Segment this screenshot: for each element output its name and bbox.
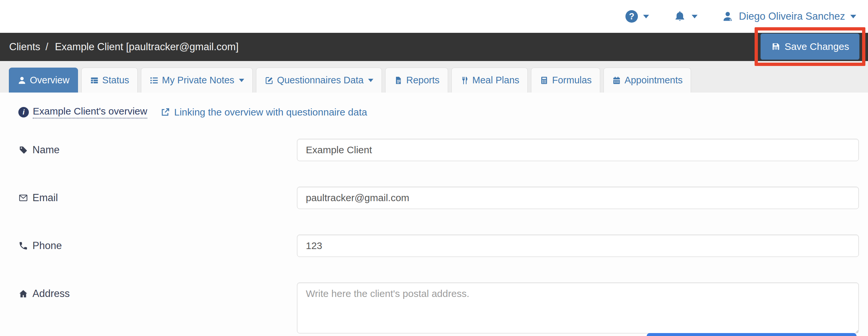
form-row-email: Email	[9, 187, 859, 209]
file-icon	[394, 76, 403, 85]
client-form: Name Email	[9, 139, 859, 335]
tab-reports[interactable]: Reports	[385, 67, 448, 92]
phone-input[interactable]	[297, 234, 859, 257]
tabs: Overview Status	[9, 67, 868, 92]
tab-label: Reports	[406, 75, 440, 86]
questionnaire-link-label: Linking the overview with questionnaire …	[174, 107, 367, 118]
help-links-row: i Example Client's overview Linking the …	[9, 106, 859, 118]
info-circle-icon: i	[18, 107, 29, 117]
tab-label: Overview	[30, 75, 69, 86]
breadcrumb-current: Example Client [paultracker@gmail.com]	[55, 41, 238, 53]
email-label: Email	[9, 187, 297, 204]
form-row-name: Name	[9, 139, 859, 161]
overview-panel: i Example Client's overview Linking the …	[0, 92, 868, 335]
tab-formulas[interactable]: Formulas	[531, 67, 600, 92]
breadcrumb-clients[interactable]: Clients	[9, 41, 40, 53]
save-changes-label: Save Changes	[785, 41, 849, 52]
notifications-menu[interactable]	[673, 10, 698, 23]
calculator-icon	[539, 76, 549, 85]
form-row-address: Address	[9, 282, 859, 335]
home-icon	[18, 289, 28, 299]
breadcrumb-separator: /	[45, 41, 49, 53]
name-label-text: Name	[32, 144, 60, 156]
topbar: ? Diego Oliveira Sanchez	[0, 0, 868, 33]
name-input[interactable]	[297, 139, 859, 161]
envelope-icon	[18, 193, 28, 203]
floppy-disk-icon	[771, 42, 781, 52]
chevron-down-icon	[643, 15, 649, 18]
cutlery-icon	[460, 76, 469, 85]
save-annotation-highlight: Save Changes	[754, 27, 865, 66]
overview-help-link[interactable]: i Example Client's overview	[18, 106, 147, 118]
phone-field-wrap	[297, 234, 859, 257]
tab-label: Status	[102, 75, 129, 86]
address-textarea[interactable]	[297, 282, 859, 333]
chevron-down-icon	[850, 15, 856, 18]
phone-label: Phone	[9, 234, 297, 252]
bell-icon	[673, 10, 686, 23]
tab-label: Meal Plans	[472, 75, 519, 86]
question-circle-icon: ?	[625, 10, 638, 23]
breadcrumb-bar: Clients / Example Client [paultracker@gm…	[0, 33, 868, 61]
tab-label: Formulas	[552, 75, 592, 86]
user-menu[interactable]: Diego Oliveira Sanchez	[722, 10, 856, 22]
tab-label: Questionnaires Data	[277, 75, 364, 86]
name-field-wrap	[297, 139, 859, 161]
email-label-text: Email	[32, 192, 58, 204]
tab-meal-plans[interactable]: Meal Plans	[452, 67, 528, 92]
help-menu[interactable]: ?	[625, 10, 649, 23]
tab-my-private-notes[interactable]: My Private Notes	[141, 67, 253, 92]
edit-icon	[265, 76, 274, 85]
tab-status[interactable]: Status	[81, 67, 138, 92]
address-field-wrap	[297, 282, 859, 335]
chevron-down-icon	[692, 15, 698, 18]
client-overview-page: ? Diego Oliveira Sanchez	[0, 0, 868, 336]
table-icon	[90, 76, 99, 85]
external-link-icon	[160, 107, 170, 117]
address-label-text: Address	[32, 288, 70, 300]
questionnaire-link[interactable]: Linking the overview with questionnaire …	[160, 107, 367, 118]
chat-widget-edge[interactable]	[647, 333, 857, 336]
tab-overview[interactable]: Overview	[9, 67, 78, 92]
phone-icon	[18, 241, 28, 251]
tab-label: Appointments	[624, 75, 682, 86]
name-label: Name	[9, 139, 297, 156]
chevron-down-icon	[239, 79, 244, 82]
form-row-phone: Phone	[9, 234, 859, 257]
save-changes-button[interactable]: Save Changes	[761, 33, 860, 60]
tag-icon	[18, 145, 28, 155]
tab-label: My Private Notes	[162, 75, 235, 86]
overview-help-link-label: Example Client's overview	[33, 106, 147, 118]
breadcrumb: Clients / Example Client [paultracker@gm…	[9, 41, 239, 53]
user-md-icon	[722, 10, 734, 22]
chevron-down-icon	[368, 79, 373, 82]
tab-appointments[interactable]: Appointments	[603, 67, 691, 92]
user-icon	[18, 76, 27, 85]
tab-strip: Overview Status	[0, 61, 868, 92]
email-input[interactable]	[297, 187, 859, 209]
list-icon	[150, 76, 159, 85]
tab-questionnaires-data[interactable]: Questionnaires Data	[256, 67, 382, 92]
calendar-icon	[612, 76, 621, 85]
user-name: Diego Oliveira Sanchez	[739, 10, 845, 22]
phone-label-text: Phone	[32, 240, 62, 252]
email-field-wrap	[297, 187, 859, 209]
address-label: Address	[9, 282, 297, 300]
